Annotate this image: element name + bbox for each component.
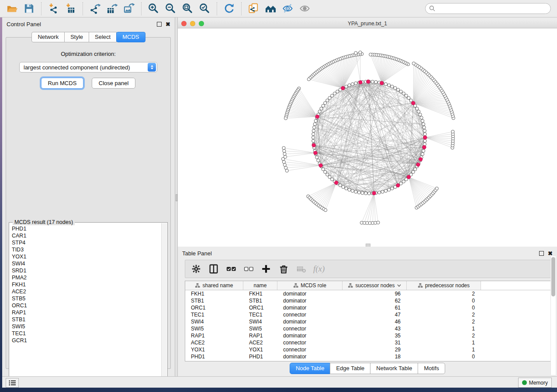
graph-satellite-node[interactable] [377,221,380,224]
graph-node[interactable] [311,136,315,139]
graph-node[interactable] [381,190,384,193]
unselect-all-button[interactable] [241,263,256,275]
maximize-window-icon[interactable] [199,21,204,26]
table-row[interactable]: FKH1FKH1dominator962 [185,290,553,297]
memory-button[interactable]: Memory [518,378,552,388]
mcds-list-scrollbar[interactable] [161,223,167,382]
vertical-splitter[interactable] [175,17,178,376]
column-header-predecessor-nodes[interactable]: predecessor nodes [407,281,481,290]
graph-satellite-node[interactable] [435,187,438,190]
graph-mcds-node[interactable] [396,184,400,187]
table-row[interactable]: PHD1PHD1dominator180 [185,353,553,360]
export-network-button[interactable] [86,2,104,15]
graph-node[interactable] [402,180,405,183]
graph-node[interactable] [345,85,348,88]
graph-node[interactable] [313,126,316,129]
mcds-result-item[interactable]: YOX1 [12,253,161,260]
graph-node[interactable] [384,189,387,193]
mcds-result-item[interactable]: TEC1 [12,330,161,337]
graph-satellite-node[interactable] [284,117,287,120]
graph-node[interactable] [422,149,425,152]
mcds-result-item[interactable]: STB1 [12,316,161,323]
graph-node[interactable] [419,113,422,116]
tab-network-table[interactable]: Network Table [370,363,418,374]
zoom-selected-button[interactable] [196,2,213,15]
tab-edge-table[interactable]: Edge Table [330,363,370,374]
table-row[interactable]: YOX1YOX1connector291 [185,346,553,353]
graph-mcds-node[interactable] [319,164,322,167]
show-eye-button[interactable] [296,2,313,15]
graph-mcds-node[interactable] [335,181,338,184]
mcds-result-item[interactable]: ACE2 [12,288,161,295]
graph-satellite-node[interactable] [324,209,327,212]
graph-satellite-node[interactable] [283,149,286,152]
graph-node[interactable] [326,99,329,102]
tab-style[interactable]: Style [64,32,89,42]
graph-mcds-node[interactable] [359,80,362,84]
graph-node[interactable] [322,168,325,171]
tab-network[interactable]: Network [31,32,65,42]
tab-node-table[interactable]: Node Table [290,363,331,374]
graph-node[interactable] [354,190,357,193]
tab-motifs[interactable]: Motifs [418,363,445,374]
delete-button[interactable] [276,263,291,275]
mcds-result-item[interactable]: SWI5 [12,323,161,330]
graph-satellite-node[interactable] [369,53,372,56]
search-box[interactable] [425,3,551,14]
graph-node[interactable] [331,94,334,97]
graph-node[interactable] [351,189,354,193]
export-table-button[interactable] [104,2,121,15]
close-table-panel-icon[interactable]: ✖ [548,251,553,255]
graph-node[interactable] [391,85,394,88]
graph-node[interactable] [402,92,405,95]
graph-node[interactable] [357,191,360,194]
column-header-successor-nodes[interactable]: successor nodes [343,281,407,290]
mcds-result-item[interactable]: STP4 [12,239,161,246]
graph-satellite-node[interactable] [283,152,286,155]
select-all-button[interactable] [224,263,239,275]
graph-node[interactable] [415,107,419,110]
graph-node[interactable] [387,84,391,87]
graph-node[interactable] [407,96,410,100]
mcds-result-item[interactable]: PMA2 [12,274,161,281]
graph-node[interactable] [371,80,374,83]
home-button[interactable] [262,2,279,15]
mcds-result-item[interactable]: ORC1 [12,302,161,309]
graph-node[interactable] [336,90,339,93]
graph-node[interactable] [417,110,420,113]
graph-node[interactable] [421,119,424,122]
table-row[interactable]: ORC1ORC1dominator610 [185,304,553,311]
graph-satellite-node[interactable] [284,155,287,158]
graph-node[interactable] [423,133,426,136]
copy-network-button[interactable] [245,2,262,15]
search-input[interactable] [436,5,547,12]
graph-node[interactable] [312,139,315,142]
graph-node[interactable] [394,86,397,89]
table-scrollbar-thumb[interactable] [551,257,555,296]
mcds-result-item[interactable]: SWI4 [12,260,161,267]
graph-satellite-node[interactable] [283,163,286,166]
graph-node[interactable] [420,116,423,119]
graph-node[interactable] [342,186,345,189]
table-row[interactable]: STB1STB1dominator620 [185,297,553,304]
mcds-result-item[interactable]: STB5 [12,295,161,302]
graph-satellite-node[interactable] [451,130,454,133]
graph-node[interactable] [320,107,323,110]
hide-eye-button[interactable] [279,2,296,15]
mcds-result-item[interactable]: RAP1 [12,309,161,316]
task-history-button[interactable] [6,378,19,388]
table-row[interactable]: SWI4SWI4dominator462 [185,318,553,325]
mcds-result-item[interactable]: FKH1 [12,281,161,288]
graph-node[interactable] [328,96,331,100]
graph-node[interactable] [328,175,331,179]
graph-node[interactable] [331,178,334,181]
tab-mcds[interactable]: MCDS [116,32,145,42]
graph-node[interactable] [414,168,417,171]
mcds-result-item[interactable]: SRD1 [12,267,161,274]
mcds-result-item[interactable]: GCR1 [12,337,161,344]
graph-node[interactable] [364,192,367,195]
close-panel-icon[interactable]: ✖ [166,22,170,26]
graph-satellite-node[interactable] [412,62,415,65]
graph-node[interactable] [348,188,351,191]
zoom-fit-button[interactable] [179,2,196,15]
